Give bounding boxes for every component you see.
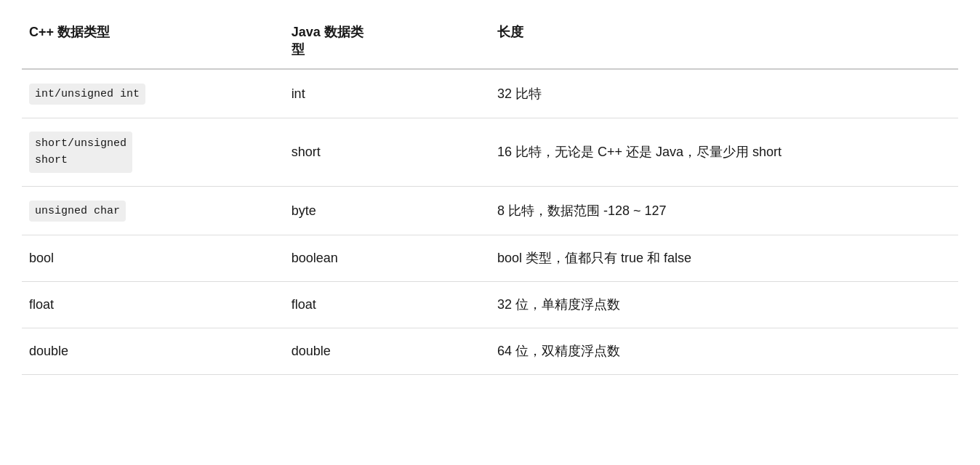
header-java: Java 数据类 型 [284, 15, 490, 69]
data-type-comparison-table: C++ 数据类型 Java 数据类 型 长度 int/unsigned inti… [22, 15, 958, 375]
cpp-code-badge: unsigned char [29, 201, 126, 222]
table-row: floatfloat32 位，单精度浮点数 [22, 282, 958, 328]
length-cell: bool 类型，值都只有 true 和 false [490, 235, 958, 282]
table-row: short/unsigned shortshort16 比特，无论是 C++ 还… [22, 118, 958, 187]
java-type-cell: float [284, 282, 490, 328]
cpp-type-cell: unsigned char [22, 187, 284, 235]
java-type-cell: int [284, 69, 490, 118]
table-row: unsigned charbyte8 比特，数据范围 -128 ~ 127 [22, 187, 958, 235]
cpp-type-cell: int/unsigned int [22, 69, 284, 118]
cpp-code-badge: int/unsigned int [29, 84, 145, 105]
header-length: 长度 [490, 15, 958, 69]
length-cell: 64 位，双精度浮点数 [490, 328, 958, 375]
length-cell: 8 比特，数据范围 -128 ~ 127 [490, 187, 958, 235]
table-row: boolbooleanbool 类型，值都只有 true 和 false [22, 235, 958, 282]
java-type-cell: byte [284, 187, 490, 235]
length-cell: 32 位，单精度浮点数 [490, 282, 958, 328]
header-cpp: C++ 数据类型 [22, 15, 284, 69]
table-row: doubledouble64 位，双精度浮点数 [22, 328, 958, 375]
length-cell: 16 比特，无论是 C++ 还是 Java，尽量少用 short [490, 118, 958, 187]
cpp-type-cell: double [22, 328, 284, 375]
java-type-cell: double [284, 328, 490, 375]
table-row: int/unsigned intint32 比特 [22, 69, 958, 118]
cpp-type-cell: float [22, 282, 284, 328]
cpp-type-cell: bool [22, 235, 284, 282]
java-type-cell: short [284, 118, 490, 187]
cpp-type-cell: short/unsigned short [22, 118, 284, 187]
length-cell: 32 比特 [490, 69, 958, 118]
java-type-cell: boolean [284, 235, 490, 282]
cpp-code-badge: short/unsigned short [29, 132, 132, 173]
